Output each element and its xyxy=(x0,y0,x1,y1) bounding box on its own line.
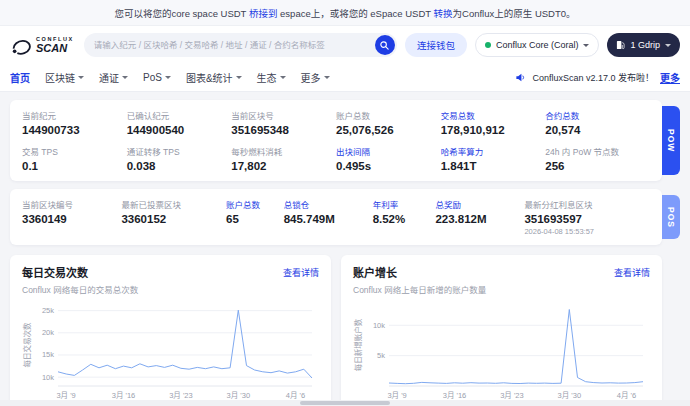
stat-value: 25,076,526 xyxy=(336,124,441,136)
chevron-down-icon xyxy=(280,76,286,79)
stat-value: 845.749M xyxy=(284,213,373,225)
connect-wallet-button[interactable]: 连接钱包 xyxy=(405,33,467,57)
chevron-down-icon xyxy=(165,76,171,79)
view-details-link[interactable]: 查看详情 xyxy=(283,266,319,279)
stat-label: 账户总数 xyxy=(336,109,441,121)
nav-item-blockchain[interactable]: 区块链 xyxy=(45,70,84,85)
stat-label-link[interactable]: 合约总数 xyxy=(545,109,650,121)
stat-label: 24h 内 PoW 节点数 xyxy=(545,145,650,157)
chart-subtitle: Conflux 网络上每日新增的账户数量 xyxy=(353,283,650,295)
convert-link[interactable]: 转换 xyxy=(434,8,453,19)
nav-item-home[interactable]: 首页 xyxy=(10,70,30,85)
stat-label: 当前区块编号 xyxy=(22,198,121,210)
stat-value: 0.1 xyxy=(22,160,127,172)
svg-text:10k: 10k xyxy=(373,321,385,330)
gas-price-value: 1 Gdrip xyxy=(630,40,660,50)
chart-header: 账户增长 查看详情 xyxy=(353,264,650,280)
stat-timestamp: 2026-04-08 15:53:57 xyxy=(524,227,650,236)
chart-title: 账户增长 xyxy=(353,264,397,280)
stat-total-transactions: 交易总数 178,910,912 xyxy=(441,109,546,136)
stat-value: 3360149 xyxy=(22,213,121,225)
logo-text: CONFLUX SCAN xyxy=(36,36,74,54)
network-selector[interactable]: Conflux Core (Coral) xyxy=(475,33,600,57)
banner-text-part2: espace上，或将您的 eSpace USDT xyxy=(277,8,433,19)
chart-subtitle: Conflux 网络每日的交易总次数 xyxy=(22,283,319,295)
megaphone-icon xyxy=(515,72,526,83)
svg-text:4月 '6: 4月 '6 xyxy=(286,391,305,400)
stat-value: 8.52% xyxy=(373,213,436,225)
svg-text:20k: 20k xyxy=(42,328,54,337)
pow-side-tab[interactable]: POW xyxy=(662,106,680,175)
chevron-down-icon xyxy=(583,44,589,47)
stat-label-link[interactable]: 总奖励 xyxy=(435,198,524,210)
bridge-link[interactable]: 桥接到 xyxy=(249,8,278,19)
nav-item-ecosystem[interactable]: 生态 xyxy=(257,70,286,85)
gas-price-indicator[interactable]: 1 Gdrip xyxy=(607,33,680,57)
pow-stats-card: 当前纪元 144900733 已确认纪元 144900540 当前区块号 351… xyxy=(10,100,662,181)
pos-side-tab[interactable]: POS xyxy=(662,195,680,239)
nav-item-charts-stats[interactable]: 图表&统计 xyxy=(186,70,242,85)
svg-text:每日新增账户数: 每日新增账户数 xyxy=(353,318,363,371)
svg-text:3月 '30: 3月 '30 xyxy=(227,391,251,400)
daily-transactions-chart-card: 每日交易次数 查看详情 Conflux 网络每日的交易总次数 10k15k20k… xyxy=(10,255,331,406)
daily-transactions-chart: 10k15k20k25k3月 '93月 '163月 '233月 '304月 '6… xyxy=(22,298,318,402)
stat-label-link[interactable]: 出块间隔 xyxy=(336,145,441,157)
announcement-more-link[interactable]: 更多 xyxy=(660,70,680,85)
horizontal-scrollbar-thumb[interactable] xyxy=(300,401,390,405)
stat-label-link[interactable]: 账户总数 xyxy=(226,198,284,210)
view-details-link[interactable]: 查看详情 xyxy=(614,266,650,279)
svg-text:3月 '23: 3月 '23 xyxy=(500,391,524,400)
stat-value: 65 xyxy=(226,213,284,225)
chevron-down-icon xyxy=(78,76,84,79)
horizontal-scrollbar xyxy=(0,400,690,406)
stat-pos-current-block: 当前区块编号 3360149 xyxy=(22,198,121,236)
stat-label-link[interactable]: 交易总数 xyxy=(441,109,546,121)
svg-text:3月 '9: 3月 '9 xyxy=(56,391,75,400)
nav-item-more[interactable]: 更多 xyxy=(301,70,330,85)
stat-value: 17,802 xyxy=(231,160,336,172)
stat-label: 已确认纪元 xyxy=(127,109,232,121)
stat-label: 当前纪元 xyxy=(22,109,127,121)
banner-text: 您可以将您的core space USDT 桥接到 espace上，或将您的 e… xyxy=(114,6,575,20)
nav-item-tokens[interactable]: 通证 xyxy=(99,70,128,85)
stat-label: 交易 TPS xyxy=(22,145,127,157)
stat-value: 178,910,912 xyxy=(441,124,546,136)
svg-text:3月 '23: 3月 '23 xyxy=(169,391,193,400)
stat-value: 0.038 xyxy=(127,160,232,172)
stat-label-link[interactable]: 年利率 xyxy=(373,198,436,210)
banner-text-part1: 您可以将您的core space USDT xyxy=(114,8,248,19)
stat-label: 当前区块号 xyxy=(231,109,336,121)
nav-announcement: ConfluxScan v2.17.0 发布啦！ 更多 xyxy=(515,70,680,85)
confluxscan-logo-icon xyxy=(10,35,32,55)
search-button[interactable] xyxy=(375,35,395,55)
stat-hash-rate: 哈希率算力 1.841T xyxy=(441,145,546,172)
chevron-down-icon xyxy=(122,76,128,79)
stat-current-epoch: 当前纪元 144900733 xyxy=(22,109,127,136)
stat-label-link[interactable]: 哈希率算力 xyxy=(441,145,546,157)
stat-transaction-tps: 交易 TPS 0.1 xyxy=(22,145,127,172)
stat-confirmed-epoch: 已确认纪元 144900540 xyxy=(127,109,232,136)
version-announcement: ConfluxScan v2.17.0 发布啦！ xyxy=(532,71,654,84)
stat-token-transfer-tps: 通证转移 TPS 0.038 xyxy=(127,145,232,172)
main-nav: 首页 区块链 通证 PoS 图表&统计 生态 更多 ConfluxScan v2… xyxy=(0,64,690,92)
nav-item-label: 通证 xyxy=(99,70,119,85)
svg-text:3月 '16: 3月 '16 xyxy=(112,391,136,400)
confluxscan-logo[interactable]: CONFLUX SCAN xyxy=(10,35,74,55)
search-input[interactable] xyxy=(94,40,375,50)
stat-label: 最新已投票区块 xyxy=(121,198,226,210)
stat-pos-total-rewards: 总奖励 223.812M xyxy=(435,198,524,236)
stat-value: 1.841T xyxy=(441,160,546,172)
nav-item-pos[interactable]: PoS xyxy=(143,72,171,83)
stat-pos-latest-voted-block: 最新已投票区块 3360152 xyxy=(121,198,226,236)
chevron-down-icon xyxy=(665,44,671,47)
header: CONFLUX SCAN 连接钱包 Conflux Core (Coral) 1… xyxy=(0,26,690,64)
nav-item-label: 图表&统计 xyxy=(186,70,233,85)
search-bar xyxy=(84,33,397,57)
svg-text:10k: 10k xyxy=(42,373,54,382)
pos-stats-card: 当前区块编号 3360149 最新已投票区块 3360152 账户总数 65 总… xyxy=(10,189,662,245)
announcement-banner: 您可以将您的core space USDT 桥接到 espace上，或将您的 e… xyxy=(0,0,690,26)
nav-item-label: PoS xyxy=(143,72,162,83)
stat-label-link[interactable]: 总锁仓 xyxy=(284,198,373,210)
logo-line2: SCAN xyxy=(36,42,74,54)
svg-text:3月 '9: 3月 '9 xyxy=(387,391,406,400)
